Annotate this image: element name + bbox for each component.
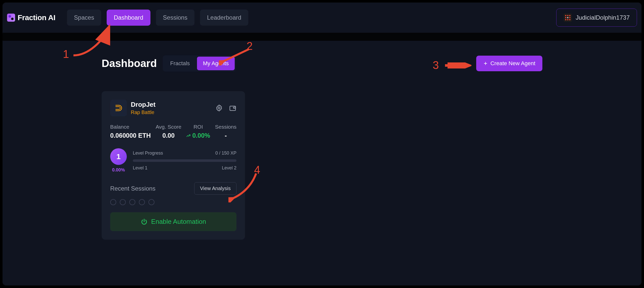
user-avatar-icon bbox=[564, 13, 572, 22]
stat-roi-value: 0.00% bbox=[192, 132, 210, 139]
session-dot bbox=[148, 199, 154, 205]
stat-roi: ROI 0.00% bbox=[186, 124, 210, 139]
stat-sessions-label: Sessions bbox=[215, 124, 236, 130]
wallet-icon[interactable] bbox=[229, 104, 236, 112]
page-title: Dashboard bbox=[102, 57, 157, 69]
stat-roi-label: ROI bbox=[186, 124, 210, 130]
stat-sessions-value: - bbox=[215, 132, 236, 139]
level-from: Level 1 bbox=[133, 165, 147, 171]
plus-icon bbox=[483, 61, 488, 66]
gear-icon[interactable] bbox=[215, 104, 223, 112]
agent-card: DropJet Rap Battle Balance 0.060000 ETH … bbox=[102, 91, 245, 240]
svg-rect-2 bbox=[569, 15, 571, 16]
svg-rect-8 bbox=[569, 19, 571, 20]
stat-avg-score-label: Avg. Score bbox=[156, 124, 181, 130]
divider bbox=[3, 33, 641, 41]
agent-logo-icon bbox=[110, 100, 127, 116]
create-new-agent-button[interactable]: Create New Agent bbox=[476, 56, 542, 71]
stat-avg-score: Avg. Score 0.00 bbox=[156, 124, 181, 139]
recent-sessions-title: Recent Sessions bbox=[110, 185, 155, 192]
stat-balance-label: Balance bbox=[110, 124, 151, 130]
session-dot bbox=[129, 199, 135, 205]
session-dot bbox=[110, 199, 116, 205]
stat-balance: Balance 0.060000 ETH bbox=[110, 124, 151, 139]
svg-rect-4 bbox=[567, 17, 569, 18]
stat-balance-value: 0.060000 ETH bbox=[110, 132, 151, 139]
session-dot bbox=[139, 199, 145, 205]
enable-automation-label: Enable Automation bbox=[151, 218, 206, 226]
svg-point-9 bbox=[218, 107, 220, 109]
progress-bar bbox=[133, 159, 236, 162]
user-name: JudicialDolphin1737 bbox=[576, 14, 630, 21]
svg-rect-5 bbox=[569, 17, 571, 18]
svg-rect-3 bbox=[565, 17, 567, 18]
create-button-label: Create New Agent bbox=[490, 60, 535, 67]
trend-up-icon bbox=[186, 133, 191, 138]
level-progress-label: Level Progress bbox=[133, 151, 163, 156]
svg-rect-7 bbox=[567, 19, 569, 20]
user-menu[interactable]: JudicialDolphin1737 bbox=[556, 9, 637, 27]
nav-tab-dashboard[interactable]: Dashboard bbox=[107, 10, 150, 26]
agent-name: DropJet bbox=[131, 101, 155, 109]
subtab-fractals[interactable]: Fractals bbox=[164, 57, 196, 70]
agent-subtitle: Rap Battle bbox=[131, 110, 155, 115]
brand-name: Fraction AI bbox=[18, 13, 55, 22]
brand-logo-icon bbox=[7, 14, 15, 22]
level-badge: 1 bbox=[110, 148, 127, 165]
stat-avg-score-value: 0.00 bbox=[156, 132, 181, 139]
subtabs: Fractals My Agents bbox=[163, 55, 236, 71]
nav-tab-sessions[interactable]: Sessions bbox=[156, 10, 194, 26]
view-analysis-button[interactable]: View Analysis bbox=[194, 182, 236, 195]
power-icon bbox=[141, 218, 148, 225]
nav-tabs: Spaces Dashboard Sessions Leaderboard bbox=[67, 10, 248, 26]
svg-rect-6 bbox=[565, 19, 567, 20]
svg-rect-1 bbox=[567, 15, 569, 16]
stat-sessions: Sessions - bbox=[215, 124, 236, 139]
level-to: Level 2 bbox=[222, 165, 236, 171]
svg-rect-0 bbox=[565, 15, 567, 16]
xp-label: 0 / 150 XP bbox=[215, 151, 236, 156]
session-dot bbox=[120, 199, 126, 205]
enable-automation-button[interactable]: Enable Automation bbox=[110, 212, 236, 231]
level-badge-pct: 0.00% bbox=[110, 167, 127, 173]
brand-logo[interactable]: Fraction AI bbox=[7, 13, 55, 22]
nav-tab-spaces[interactable]: Spaces bbox=[67, 10, 101, 26]
recent-session-dots bbox=[110, 199, 236, 205]
subtab-my-agents[interactable]: My Agents bbox=[197, 57, 235, 70]
topbar: Fraction AI Spaces Dashboard Sessions Le… bbox=[3, 3, 641, 33]
page-header: Dashboard Fractals My Agents Create New … bbox=[102, 55, 542, 71]
nav-tab-leaderboard[interactable]: Leaderboard bbox=[200, 10, 248, 26]
